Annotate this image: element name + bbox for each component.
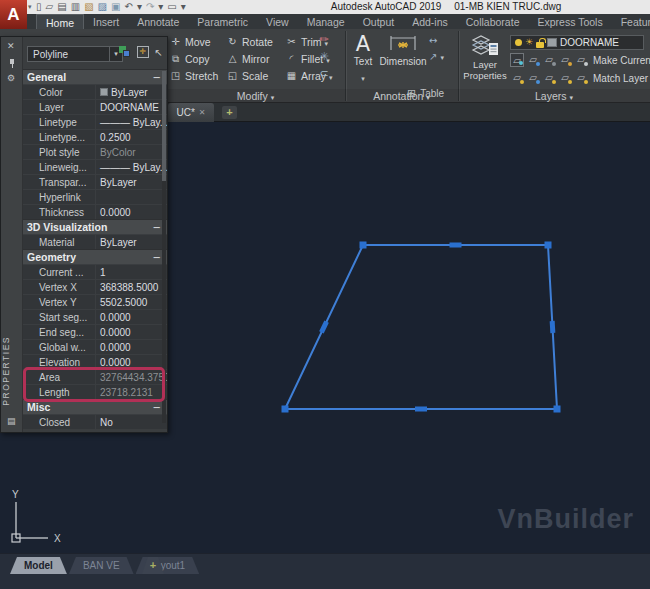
property-row[interactable]: End seg... 0.0000: [23, 324, 167, 339]
modify-panel-label[interactable]: Modify ▾: [166, 89, 345, 103]
property-row[interactable]: Current ... 1: [23, 264, 167, 279]
layer-thaw-icon[interactable]: ▱: [542, 71, 556, 85]
section-header[interactable]: General −: [23, 69, 167, 84]
palette-list-icon[interactable]: ▤: [7, 416, 16, 426]
modify-button[interactable]: ⧉ Copy: [169, 53, 226, 65]
property-row[interactable]: Hyperlink: [23, 189, 167, 204]
property-row[interactable]: Transpar... ByLayer: [23, 174, 167, 189]
ribbon-tab[interactable]: Add-ins: [403, 14, 457, 29]
property-row[interactable]: Start seg... 0.0000: [23, 309, 167, 324]
layers-panel-label[interactable]: Layers ▾: [458, 89, 650, 103]
make-current-icon[interactable]: ▱: [574, 53, 588, 67]
quick-select-icon[interactable]: ✛: [137, 46, 149, 58]
property-row[interactable]: Length 23718.2131: [23, 384, 167, 399]
scrollbar-thumb[interactable]: [162, 71, 166, 181]
annotation-panel-label[interactable]: Annotation ▾: [345, 89, 458, 103]
explode-icon[interactable]: ✳: [316, 50, 332, 64]
layer-on-bulb-icon[interactable]: [515, 39, 522, 46]
property-value[interactable]: 0.0000: [95, 310, 167, 324]
qat-icon[interactable]: ▾: [137, 1, 142, 13]
palette-pin-icon[interactable]: [8, 59, 16, 67]
qat-icon[interactable]: ▤: [57, 1, 66, 13]
property-value[interactable]: [95, 190, 167, 204]
property-row[interactable]: Global w... 0.0000: [23, 339, 167, 354]
text-button[interactable]: A Text: [349, 32, 377, 85]
property-value[interactable]: No: [95, 415, 167, 429]
qat-icon[interactable]: ▣: [111, 1, 120, 13]
property-row[interactable]: Vertex Y 5502.5000: [23, 294, 167, 309]
midpoint-grip[interactable]: [319, 321, 329, 334]
qat-icon[interactable]: ▯: [36, 1, 42, 13]
qat-icon[interactable]: ▭: [167, 1, 176, 13]
section-header[interactable]: Geometry −: [23, 249, 167, 264]
modify-button[interactable]: ↻ Rotate: [226, 36, 285, 48]
property-value[interactable]: ——— ByLay...: [95, 115, 167, 129]
vertex-grip[interactable]: [545, 242, 552, 249]
property-value[interactable]: 32764434.3750: [95, 370, 167, 384]
toggle-pickadd-icon[interactable]: [119, 46, 131, 58]
property-value[interactable]: DOORNAME: [95, 100, 167, 114]
ribbon-tab[interactable]: Manage: [298, 14, 354, 29]
qat-icon[interactable]: ▱: [46, 1, 54, 13]
collapse-icon[interactable]: −: [153, 222, 161, 233]
section-header[interactable]: Misc −: [23, 399, 167, 414]
property-row[interactable]: Linetype ——— ByLay...: [23, 114, 167, 129]
midpoint-grip[interactable]: [450, 243, 462, 248]
section-header[interactable]: 3D Visualization −: [23, 219, 167, 234]
object-type-dropdown[interactable]: Polyline ▾: [27, 46, 123, 62]
property-row[interactable]: Vertex X 368388.5000: [23, 279, 167, 294]
match-layer-label[interactable]: Match Layer: [593, 73, 648, 84]
vertex-grip[interactable]: [360, 242, 367, 249]
property-value[interactable]: ByLayer: [95, 85, 167, 99]
layer-properties-button[interactable]: Layer Properties: [462, 33, 508, 81]
layer-off-icon[interactable]: ▱: [510, 53, 524, 67]
app-menu-caret-icon[interactable]: ▾: [28, 3, 32, 11]
app-menu-button[interactable]: A: [0, 0, 27, 29]
modify-button[interactable]: ◳ Stretch: [169, 70, 226, 82]
ribbon-tab[interactable]: Home: [36, 14, 84, 29]
ribbon-tab[interactable]: Output: [354, 14, 404, 29]
select-objects-icon[interactable]: ↖: [155, 47, 163, 58]
property-value[interactable]: 0.0000: [95, 205, 167, 219]
ribbon-tab[interactable]: Express Tools: [528, 14, 611, 29]
qat-icon[interactable]: ↷: [146, 1, 154, 13]
property-value[interactable]: ——— ByLay...: [95, 160, 167, 174]
new-file-tab-button[interactable]: +: [222, 106, 237, 119]
property-value[interactable]: 23718.2131: [95, 385, 167, 399]
property-value[interactable]: ByColor: [95, 145, 167, 159]
dimension-button[interactable]: Dimension: [381, 34, 425, 67]
property-value[interactable]: 5502.5000: [95, 295, 167, 309]
leader-button[interactable]: ↗: [429, 51, 444, 62]
layer-color-swatch[interactable]: [547, 38, 557, 47]
ribbon-tab[interactable]: Collaborate: [457, 14, 529, 29]
text-caret-icon[interactable]: [361, 67, 365, 85]
collapse-icon[interactable]: −: [153, 72, 161, 83]
property-value[interactable]: ByLayer: [95, 175, 167, 189]
ribbon-tab[interactable]: Annotate: [128, 14, 188, 29]
layer-dropdown[interactable]: ☀ DOORNAME: [510, 35, 644, 50]
property-row[interactable]: Linetype... 0.2500: [23, 129, 167, 144]
property-row[interactable]: Closed No: [23, 414, 167, 429]
file-tab[interactable]: UC* ✕: [168, 103, 214, 122]
palette-close-icon[interactable]: ✕: [7, 41, 15, 51]
modify-button[interactable]: ◱ Scale: [226, 70, 285, 82]
offset-icon[interactable]: ⊂: [316, 67, 332, 81]
file-tab-close-icon[interactable]: ✕: [199, 108, 206, 117]
collapse-icon[interactable]: −: [153, 402, 161, 413]
vertex-grip[interactable]: [554, 406, 561, 413]
layer-unlock-all-icon[interactable]: ▱: [558, 71, 572, 85]
layer-lock-icon[interactable]: ▱: [558, 53, 572, 67]
ribbon-tab[interactable]: Parametric: [188, 14, 257, 29]
layer-unlock-icon[interactable]: [536, 42, 544, 48]
palette-title-bar[interactable]: ✕ ⚙ PROPERTIES ▤: [1, 37, 23, 432]
palette-settings-icon[interactable]: ⚙: [7, 73, 15, 83]
vertex-grip[interactable]: [282, 406, 289, 413]
ribbon-tab[interactable]: Insert: [84, 14, 128, 29]
ribbon-tab[interactable]: Featured Apps: [612, 14, 650, 29]
qat-icon[interactable]: ▥: [71, 1, 80, 13]
layer-thaw-sun-icon[interactable]: ☀: [525, 38, 533, 47]
midpoint-grip[interactable]: [550, 321, 556, 333]
property-value[interactable]: 368388.5000: [95, 280, 167, 294]
modify-button[interactable]: △ Mirror: [226, 53, 285, 65]
qat-icon[interactable]: ▨: [98, 1, 107, 13]
